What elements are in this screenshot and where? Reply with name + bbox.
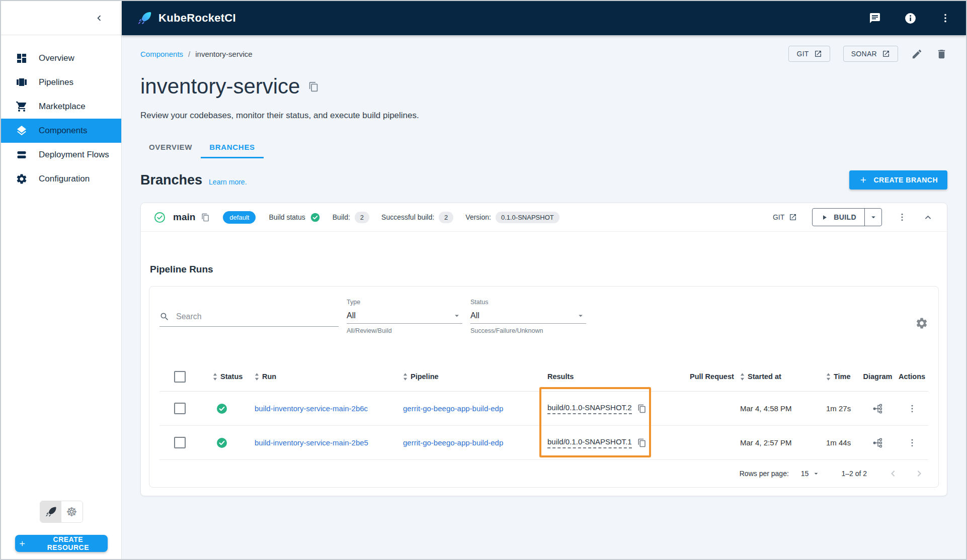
plus-icon — [859, 175, 868, 184]
result-value[interactable]: build/0.1.0-SNAPSHOT.2 — [547, 403, 632, 414]
header-menu-button[interactable] — [940, 13, 951, 24]
page-title: inventory-service — [140, 74, 947, 99]
status-filter: Status All Success/Failure/Unknown — [470, 299, 586, 334]
run-link[interactable]: build-inventory-service-main-2be5 — [255, 438, 368, 447]
play-icon — [821, 214, 828, 221]
brand[interactable]: KubeRocketCI — [137, 11, 236, 26]
row-actions-button[interactable] — [907, 404, 917, 414]
cart-icon — [16, 101, 28, 113]
tab-overview[interactable]: OVERVIEW — [140, 136, 201, 158]
sidebar-item-configuration[interactable]: Configuration — [1, 167, 121, 191]
pipeline-runs-heading: Pipeline Runs — [150, 264, 939, 275]
sort-icon — [255, 373, 259, 381]
previous-page-button[interactable] — [887, 468, 899, 480]
diagram-button[interactable] — [872, 403, 883, 414]
info-button[interactable] — [904, 12, 917, 25]
build-options-button[interactable] — [864, 209, 881, 226]
filters-row: Type All All/Review/Build Status — [159, 299, 928, 334]
pencil-icon — [911, 48, 923, 60]
next-page-button[interactable] — [913, 468, 925, 480]
copy-title-button[interactable] — [308, 81, 319, 92]
status-filter-label: Status — [470, 299, 586, 306]
create-resource-button[interactable]: CREATE RESOURCE — [15, 535, 108, 552]
column-header-actions: Actions — [892, 372, 932, 381]
build-split-button: BUILD — [812, 208, 882, 226]
pagination: Rows per page: 15 1–2 of 2 — [159, 460, 928, 487]
sidebar-item-components[interactable]: Components — [1, 119, 121, 143]
status-filter-select[interactable]: All — [470, 308, 586, 324]
run-status-success-icon — [216, 437, 228, 449]
learn-more-link[interactable]: Learn more. — [209, 178, 247, 186]
stacked-bars-icon — [16, 149, 28, 161]
sidebar-item-deployment-flows[interactable]: Deployment Flows — [1, 143, 121, 167]
version-label: Version: — [465, 213, 491, 221]
pipelines-icon — [16, 76, 28, 88]
copy-icon — [201, 213, 210, 222]
column-header-status[interactable]: Status — [195, 372, 255, 381]
dashboard-icon — [16, 52, 28, 64]
git-button[interactable]: GIT — [788, 46, 830, 62]
pipeline-link[interactable]: gerrit-go-beego-app-build-edp — [403, 438, 503, 447]
collapse-branch-button[interactable] — [922, 212, 934, 223]
search-icon — [159, 312, 170, 322]
feedback-button[interactable] — [869, 12, 881, 24]
sidebar-collapse-button[interactable] — [94, 13, 105, 24]
sidebar-item-marketplace[interactable]: Marketplace — [1, 95, 121, 119]
result-value[interactable]: build/0.1.0-SNAPSHOT.1 — [547, 437, 632, 448]
column-header-pipeline[interactable]: Pipeline — [403, 372, 547, 381]
column-header-time[interactable]: Time — [826, 372, 864, 381]
external-link-icon — [789, 213, 797, 221]
tab-branches[interactable]: BRANCHES — [201, 136, 264, 158]
rows-per-page-select[interactable]: 15 — [801, 470, 821, 478]
kebab-menu-icon — [907, 438, 917, 448]
diagram-button[interactable] — [872, 437, 883, 448]
column-header-run[interactable]: Run — [255, 372, 403, 381]
kebab-menu-icon — [940, 13, 951, 24]
pipeline-link[interactable]: gerrit-go-beego-app-build-edp — [403, 404, 503, 413]
branch-header-row: main default Build status Build: 2 Succe… — [141, 203, 947, 232]
select-all-checkbox[interactable] — [174, 371, 186, 383]
search-field — [159, 312, 339, 327]
row-checkbox[interactable] — [174, 403, 186, 414]
type-filter-select[interactable]: All — [347, 308, 462, 324]
copy-branch-name-button[interactable] — [201, 213, 210, 222]
chevron-up-icon — [922, 212, 934, 223]
search-input[interactable] — [175, 312, 339, 322]
kebab-menu-icon — [907, 404, 917, 414]
successful-build-count: 2 — [439, 212, 453, 223]
caret-down-icon — [576, 311, 585, 320]
kuberocketci-view-toggle[interactable] — [40, 501, 61, 522]
kebab-menu-icon — [897, 212, 907, 222]
branch-git-link[interactable]: GIT — [773, 213, 797, 221]
successful-build-label: Successful build: — [381, 213, 434, 221]
row-checkbox[interactable] — [174, 437, 186, 448]
sidebar-item-overview[interactable]: Overview — [1, 46, 121, 70]
run-status-success-icon — [216, 403, 228, 415]
caret-down-icon — [452, 311, 461, 320]
breadcrumb: Components / inventory-service — [140, 50, 253, 58]
sort-icon — [826, 373, 831, 381]
copy-result-button[interactable] — [637, 404, 647, 413]
build-button[interactable]: BUILD — [813, 209, 864, 226]
sidebar-footer: ☸ CREATE RESOURCE — [1, 501, 121, 559]
breadcrumb-components-link[interactable]: Components — [140, 50, 183, 58]
sidebar-item-pipelines[interactable]: Pipelines — [1, 70, 121, 95]
branch-name: main — [173, 212, 195, 223]
sonar-button[interactable]: SONAR — [843, 46, 898, 62]
table-settings-button[interactable] — [915, 312, 928, 334]
create-branch-button[interactable]: CREATE BRANCH — [849, 170, 947, 190]
build-count: 2 — [355, 212, 369, 223]
edit-button[interactable] — [911, 48, 923, 60]
branch-menu-button[interactable] — [897, 212, 907, 222]
sidebar: Overview Pipelines Marketplace Component… — [1, 35, 122, 559]
type-filter-label: Type — [347, 299, 462, 306]
column-header-started-at[interactable]: Started at — [740, 372, 826, 381]
layers-icon — [16, 125, 28, 137]
run-link[interactable]: build-inventory-service-main-2b6c — [255, 404, 368, 413]
row-actions-button[interactable] — [907, 438, 917, 448]
chevron-left-icon — [94, 13, 105, 24]
copy-result-button[interactable] — [637, 438, 647, 447]
delete-button[interactable] — [936, 48, 947, 60]
kubernetes-view-toggle[interactable]: ☸ — [61, 501, 83, 522]
rocket-icon — [45, 506, 57, 518]
